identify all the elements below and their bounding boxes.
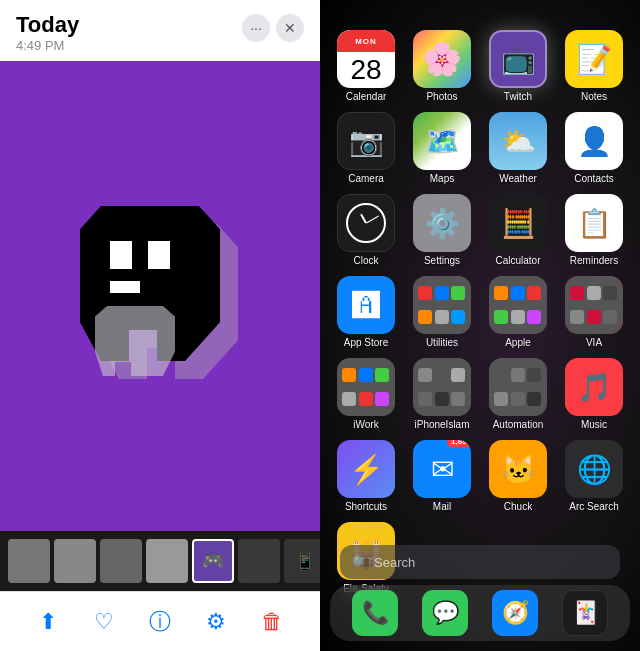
app-photos[interactable]: 🌸 Photos [406,30,478,102]
image-area [0,61,320,531]
header-actions: ··· ✕ [242,14,304,42]
film-thumb-1[interactable] [8,539,50,583]
music-icon: 🎵 [565,358,623,416]
twitch-eye-right [148,241,170,269]
trash-button[interactable]: 🗑 [254,604,290,640]
app-reminders[interactable]: 📋 Reminders [558,194,630,266]
reminders-label: Reminders [570,255,618,266]
maps-icon: 🗺️ [413,112,471,170]
left-panel: Today 4:49 PM ··· ✕ 🎮 📱 ⬆ ♡ ⓘ [0,0,320,651]
header-text: Today 4:49 PM [16,12,79,53]
app-utilities[interactable]: Utilities [406,276,478,348]
film-thumb-4[interactable] [146,539,188,583]
clock-label: Clock [353,255,378,266]
twitch-eye-left [110,241,132,269]
app-iphoneslam[interactable]: iPhoneIslam [406,358,478,430]
maps-label: Maps [430,173,454,184]
via-icon [565,276,623,334]
app-weather[interactable]: ⛅ Weather [482,112,554,184]
iwork-icon [337,358,395,416]
app-music[interactable]: 🎵 Music [558,358,630,430]
film-thumb-3[interactable] [100,539,142,583]
left-toolbar: ⬆ ♡ ⓘ ⚙ 🗑 [0,591,320,651]
appstore-label: App Store [344,337,388,348]
app-iwork[interactable]: iWork [330,358,402,430]
app-calculator[interactable]: 🧮 Calculator [482,194,554,266]
dock: 📞 💬 🧭 🃏 [330,585,630,641]
app-via[interactable]: VIA [558,276,630,348]
chuck-icon: 🐱 [489,440,547,498]
dock-messages[interactable]: 💬 [422,590,468,636]
mail-icon: ✉ 1,690 [413,440,471,498]
search-bar-container: 🔍 Search [340,545,620,579]
shortcuts-label: Shortcuts [345,501,387,512]
iphoneslam-icon [413,358,471,416]
appstore-icon: 🅰 [337,276,395,334]
twitch-bubble [95,306,175,376]
contacts-icon: 👤 [565,112,623,170]
film-thumb-7[interactable]: 📱 [284,539,320,583]
more-button[interactable]: ··· [242,14,270,42]
app-clock[interactable]: Clock [330,194,402,266]
calculator-icon: 🧮 [489,194,547,252]
twitch-label: Twitch [504,91,532,102]
settings-label: Settings [424,255,460,266]
automation-label: Automation [493,419,544,430]
app-chuck[interactable]: 🐱 Chuck [482,440,554,512]
info-button[interactable]: ⓘ [142,604,178,640]
app-twitch[interactable]: 📺 Twitch [482,30,554,102]
film-thumb-2[interactable] [54,539,96,583]
via-label: VIA [586,337,602,348]
dock-wallet[interactable]: 🃏 [562,590,608,636]
panel-title: Today [16,12,79,38]
search-bar[interactable]: 🔍 Search [340,545,620,579]
app-automation[interactable]: Automation [482,358,554,430]
utilities-icon [413,276,471,334]
weather-label: Weather [499,173,537,184]
app-shortcuts[interactable]: ⚡ Shortcuts [330,440,402,512]
notes-label: Notes [581,91,607,102]
app-contacts[interactable]: 👤 Contacts [558,112,630,184]
filmstrip: 🎮 📱 [0,531,320,591]
arcsearch-label: Arc Search [569,501,618,512]
dock-phone[interactable]: 📞 [352,590,398,636]
camera-icon: 📷 [337,112,395,170]
app-apple[interactable]: Apple [482,276,554,348]
app-settings[interactable]: ⚙️ Settings [406,194,478,266]
app-mail[interactable]: ✉ 1,690 Mail [406,440,478,512]
calculator-label: Calculator [495,255,540,266]
heart-button[interactable]: ♡ [86,604,122,640]
chuck-label: Chuck [504,501,532,512]
camera-label: Camera [348,173,384,184]
calendar-icon: MON 28 [337,30,395,88]
close-button[interactable]: ✕ [276,14,304,42]
film-thumb-6[interactable] [238,539,280,583]
search-placeholder: Search [374,555,415,570]
music-label: Music [581,419,607,430]
shortcuts-icon: ⚡ [337,440,395,498]
app-maps[interactable]: 🗺️ Maps [406,112,478,184]
reminders-icon: 📋 [565,194,623,252]
adjust-button[interactable]: ⚙ [198,604,234,640]
app-camera[interactable]: 📷 Camera [330,112,402,184]
clock-icon [337,194,395,252]
photos-label: Photos [426,91,457,102]
app-appstore[interactable]: 🅰 App Store [330,276,402,348]
app-arcsearch[interactable]: 🌐 Arc Search [558,440,630,512]
share-button[interactable]: ⬆ [30,604,66,640]
calendar-label: Calendar [346,91,387,102]
app-notes[interactable]: 📝 Notes [558,30,630,102]
app-calendar[interactable]: MON 28 Calendar [330,30,402,102]
apple-icon [489,276,547,334]
mail-label: Mail [433,501,451,512]
film-thumb-twitch[interactable]: 🎮 [192,539,234,583]
photos-icon: 🌸 [413,30,471,88]
iwork-label: iWork [353,419,378,430]
twitch-mouth [110,281,140,293]
settings-icon: ⚙️ [413,194,471,252]
utilities-label: Utilities [426,337,458,348]
notes-icon: 📝 [565,30,623,88]
dock-safari[interactable]: 🧭 [492,590,538,636]
search-icon: 🔍 [352,555,368,570]
arcsearch-icon: 🌐 [565,440,623,498]
